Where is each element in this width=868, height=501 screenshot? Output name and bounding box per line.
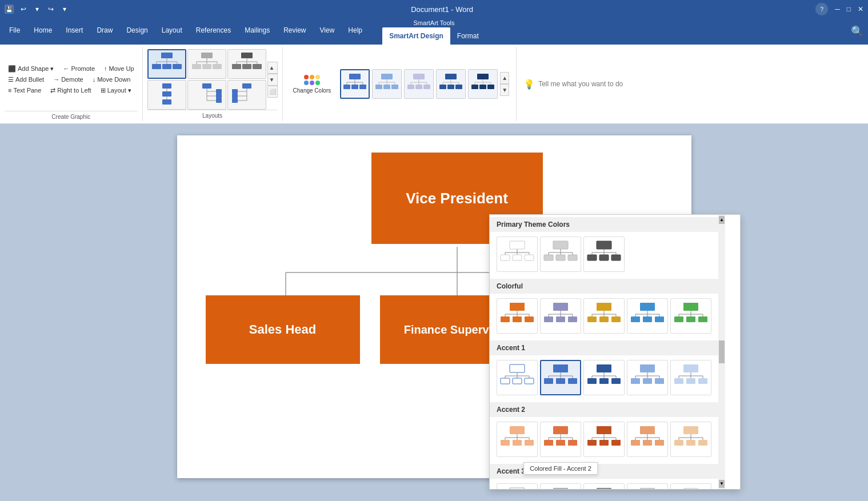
promote-button[interactable]: ← Promote [59, 64, 98, 73]
tab-file[interactable]: File [2, 22, 27, 39]
tab-mailings[interactable]: Mailings [238, 22, 277, 39]
text-pane-button[interactable]: ≡ Text Pane [5, 86, 45, 95]
add-shape-button[interactable]: ⬛ Add Shape ▾ [5, 64, 57, 74]
maximize-btn[interactable]: □ [847, 5, 851, 13]
add-bullet-button[interactable]: ☰ Add Bullet [5, 75, 47, 85]
svg-rect-45 [232, 94, 238, 98]
tab-smartart-design[interactable]: SmartArt Design [382, 27, 450, 45]
layout-thumb-3[interactable] [227, 49, 266, 79]
colorful-option-4[interactable] [627, 298, 668, 334]
accent1-option-4[interactable] [627, 360, 668, 395]
help-circle-icon[interactable]: ? [815, 3, 828, 15]
primary-option-1[interactable] [497, 237, 538, 272]
customize-qat[interactable]: ▾ [61, 4, 69, 14]
accent3-option-4[interactable] [627, 483, 668, 489]
tab-layout[interactable]: Layout [155, 22, 189, 39]
minimize-btn[interactable]: ─ [835, 5, 840, 13]
layouts-label: Layouts [147, 110, 278, 119]
layout-scroll: ▲ ▼ ⬜ [267, 62, 278, 98]
accent3-option-1[interactable] [497, 483, 538, 489]
scrollbar-track-lower [719, 363, 725, 480]
ribbon-collapse-btn[interactable]: 🔍 [851, 25, 863, 38]
svg-rect-123 [599, 255, 609, 260]
accent1-option-1[interactable] [497, 360, 538, 395]
style-thumb-5[interactable] [468, 69, 498, 99]
demote-button[interactable]: → Demote [50, 75, 87, 84]
accent2-option-3[interactable] [583, 422, 625, 457]
svg-rect-151 [611, 316, 621, 322]
layout-thumb-2[interactable] [187, 49, 226, 79]
style-thumb-3[interactable] [404, 69, 434, 99]
svg-rect-248 [631, 440, 640, 446]
layout-scroll-up[interactable]: ▲ [267, 62, 278, 74]
svg-rect-251 [683, 426, 698, 434]
layout-thumb-4[interactable] [147, 80, 186, 110]
svg-rect-158 [631, 316, 640, 322]
layout-button[interactable]: ⊞ Layout ▾ [97, 86, 135, 95]
layout-thumb-1[interactable] [147, 49, 186, 79]
smartart-styles-area: ▲ ▼ [337, 67, 511, 101]
style-thumb-1[interactable] [340, 69, 370, 99]
accent2-option-2[interactable]: Colored Fill - Accent 2 [540, 422, 581, 457]
scrollbar-thumb[interactable] [719, 340, 725, 363]
tab-view[interactable]: View [313, 22, 342, 39]
svg-rect-37 [216, 94, 222, 98]
add-shape-dropdown-icon[interactable]: ▾ [50, 65, 54, 73]
tab-insert[interactable]: Insert [59, 22, 90, 39]
redo-btn[interactable]: ↪ [46, 4, 56, 14]
colorful-option-3[interactable] [583, 298, 625, 334]
dropdown-scrollbar[interactable]: ▲ ▼ [718, 215, 725, 489]
primary-option-3[interactable] [583, 237, 625, 272]
tab-help[interactable]: Help [341, 22, 369, 39]
tab-references[interactable]: References [189, 22, 238, 39]
save-icon[interactable]: 💾 [5, 5, 14, 14]
change-colors-button[interactable]: Change Colors [287, 71, 337, 97]
context-tabs-area: SmartArt Tools SmartArt Design Format [382, 18, 486, 45]
layout-scroll-down[interactable]: ⬜ [267, 86, 278, 98]
undo-dropdown[interactable]: ▾ [33, 4, 41, 14]
add-shape-icon: ⬛ [8, 65, 16, 73]
scrollbar-up[interactable]: ▲ [719, 216, 725, 224]
right-to-left-button[interactable]: ⇄ Right to Left [47, 86, 94, 95]
layout-scroll-expand[interactable]: ▼ [267, 74, 278, 86]
accent1-option-3[interactable] [583, 360, 625, 395]
layout-dropdown-icon[interactable]: ▾ [128, 87, 131, 94]
scrollbar-down[interactable]: ▼ [719, 480, 725, 488]
accent2-option-1[interactable] [497, 422, 538, 457]
accent2-option-4[interactable] [627, 422, 668, 457]
svg-rect-92 [487, 85, 494, 89]
svg-rect-161 [683, 303, 698, 311]
tab-design[interactable]: Design [119, 22, 154, 39]
tab-format[interactable]: Format [450, 27, 486, 45]
svg-rect-224 [553, 426, 568, 434]
svg-rect-142 [568, 316, 577, 322]
colorful-option-1[interactable] [497, 298, 538, 334]
layout-thumb-5[interactable] [187, 80, 226, 110]
tab-home[interactable]: Home [27, 22, 59, 39]
close-btn[interactable]: ✕ [858, 5, 863, 13]
accent2-option-5[interactable] [670, 422, 711, 457]
undo-btn[interactable]: ↩ [18, 4, 29, 14]
accent3-option-2[interactable] [540, 483, 581, 489]
style-thumb-2[interactable] [372, 69, 402, 99]
svg-rect-54 [343, 85, 350, 89]
accent1-option-5[interactable] [670, 360, 711, 395]
accent3-option-5[interactable] [670, 483, 711, 489]
tab-review[interactable]: Review [277, 22, 313, 39]
svg-rect-168 [686, 316, 695, 322]
styles-scroll-up[interactable]: ▲ [500, 72, 509, 84]
colorful-option-5[interactable] [670, 298, 711, 334]
move-up-button[interactable]: ↑ Move Up [101, 64, 138, 73]
layout-thumb-6[interactable] [227, 80, 266, 110]
styles-scroll-down[interactable]: ▼ [500, 84, 509, 96]
tell-me-input[interactable] [538, 80, 653, 88]
primary-option-2[interactable] [540, 237, 581, 272]
colorful-option-2[interactable] [540, 298, 581, 334]
accent1-option-2[interactable] [540, 360, 581, 395]
accent3-option-3[interactable] [583, 483, 625, 489]
svg-rect-186 [556, 378, 565, 384]
style-thumb-4[interactable] [436, 69, 466, 99]
svg-rect-278 [597, 488, 611, 489]
tab-draw[interactable]: Draw [90, 22, 119, 39]
move-down-button[interactable]: ↓ Move Down [89, 75, 134, 84]
